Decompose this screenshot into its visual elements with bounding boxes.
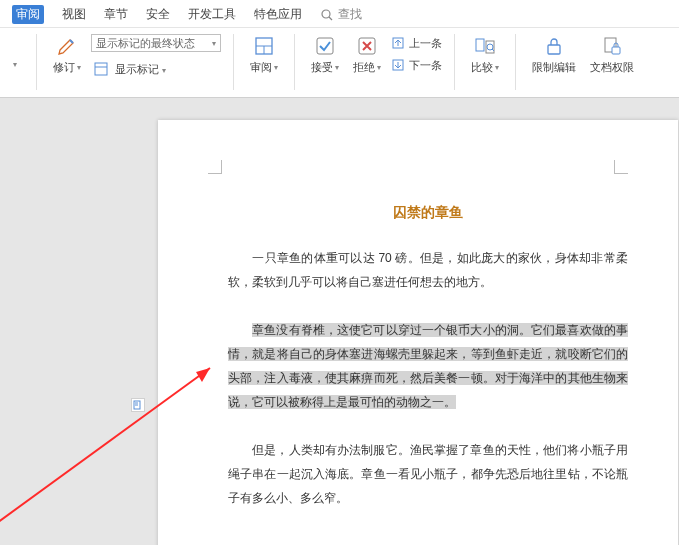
menu-chapters[interactable]: 章节 [104,6,128,23]
lock-icon [542,34,566,58]
paragraph-3[interactable]: 但是，人类却有办法制服它。渔民掌握了章鱼的天性，他们将小瓶子用绳子串在一起沉入海… [228,438,628,510]
pencil-icon [55,34,79,58]
separator [294,34,295,90]
prev-change-button[interactable]: 上一条 [391,34,442,52]
svg-line-1 [329,17,332,20]
menu-dev-tools[interactable]: 开发工具 [188,6,236,23]
separator [36,34,37,90]
group-revisions: 修订▾ 显示标记的最终状态 ▾ 显示标记 ▾ [41,32,229,95]
document-page[interactable]: 囚禁的章鱼 一只章鱼的体重可以达 70 磅。但是，如此庞大的家伙，身体却非常柔软… [158,120,678,545]
group-compare: 比较▾ [459,32,511,95]
group-changes: 接受▾ 拒绝▾ 上一条 下一条 [299,32,450,95]
menu-security[interactable]: 安全 [146,6,170,23]
next-change-button[interactable]: 下一条 [391,56,442,74]
crop-mark-tr [614,160,628,174]
clipped-button[interactable]: ▾ [6,32,24,88]
check-icon [313,34,337,58]
page-icon [133,400,143,410]
panel-icon [252,34,276,58]
svg-rect-2 [95,63,107,75]
menu-bar: 审阅 视图 章节 安全 开发工具 特色应用 查找 [0,0,679,28]
prev-next-stack: 上一条 下一条 [391,32,442,74]
paragraph-marker-button[interactable] [131,398,145,412]
svg-rect-17 [612,47,620,54]
separator [454,34,455,90]
next-icon [391,58,405,72]
paragraph-2-selected[interactable]: 章鱼没有脊椎，这使它可以穿过一个银币大小的洞。它们最喜欢做的事情，就是将自己的身… [228,318,628,414]
compare-icon [473,34,497,58]
revisions-controls: 显示标记的最终状态 ▾ 显示标记 ▾ [91,32,221,78]
group-review-pane: 审阅▾ [238,32,290,95]
doc-permission-button[interactable]: 文档权限 [586,32,638,88]
menu-view[interactable]: 视图 [62,6,86,23]
group-clipped: ▾ [6,32,32,95]
compare-button[interactable]: 比较▾ [467,32,503,88]
search-box[interactable]: 查找 [320,6,362,23]
svg-rect-7 [317,38,333,54]
revise-button[interactable]: 修订▾ [49,32,85,88]
paragraph-1[interactable]: 一只章鱼的体重可以达 70 磅。但是，如此庞大的家伙，身体却非常柔软，柔软到几乎… [228,246,628,294]
document-workspace[interactable]: 囚禁的章鱼 一只章鱼的体重可以达 70 磅。但是，如此庞大的家伙，身体却非常柔软… [0,98,679,545]
review-pane-button[interactable]: 审阅▾ [246,32,282,88]
restrict-edit-button[interactable]: 限制编辑 [528,32,580,88]
document-title[interactable]: 囚禁的章鱼 [228,204,628,222]
ribbon: ▾ 修订▾ 显示标记的最终状态 ▾ 显示标记 ▾ [0,28,679,98]
search-label: 查找 [338,6,362,23]
reject-button[interactable]: 拒绝▾ [349,32,385,88]
separator [515,34,516,90]
doc-lock-icon [600,34,624,58]
svg-rect-11 [476,39,484,51]
menu-review[interactable]: 审阅 [12,5,44,24]
display-state-combo[interactable]: 显示标记的最终状态 ▾ [91,34,221,52]
crop-mark-tl [208,160,222,174]
separator [233,34,234,90]
cross-icon [355,34,379,58]
search-icon [320,8,334,22]
group-protect: 限制编辑 文档权限 [520,32,646,95]
show-marks-button[interactable]: 显示标记 ▾ [115,62,166,77]
prev-icon [391,36,405,50]
review-pane-icon[interactable] [91,60,111,78]
accept-button[interactable]: 接受▾ [307,32,343,88]
svg-rect-15 [548,45,560,54]
menu-features[interactable]: 特色应用 [254,6,302,23]
svg-point-0 [322,10,330,18]
